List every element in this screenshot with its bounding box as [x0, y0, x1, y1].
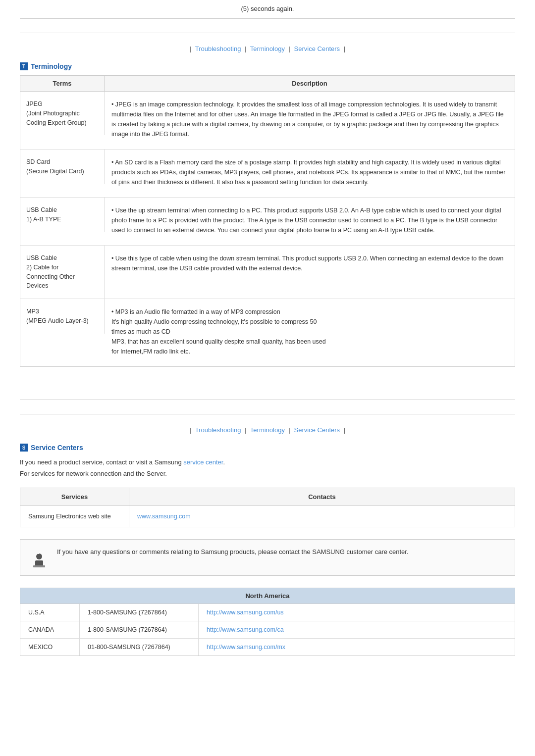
desc-mp3: MP3 is an Audio file formatted in a way …: [105, 299, 515, 366]
nav2-sep-1: |: [190, 426, 191, 434]
terminology-title: Terminology: [31, 62, 72, 70]
svg-rect-3: [33, 565, 45, 567]
service-centers-title: Service Centers: [31, 444, 83, 452]
nav2-terminology[interactable]: Terminology: [250, 426, 285, 434]
north-america-table: North America U.S.A 1-800-SAMSUNG (72678…: [20, 588, 515, 656]
nav-sep-2: |: [245, 45, 246, 52]
term-mp3: MP3(MPEG Audio Layer-3): [20, 299, 105, 334]
samsung-website-link[interactable]: www.samsung.com: [137, 513, 191, 520]
table-row: JPEG(Joint PhotographicCoding Expert Gro…: [20, 92, 515, 150]
service-centers-header: S Service Centers: [0, 441, 535, 456]
service-table: Services Contacts Samsung Electronics we…: [20, 488, 515, 527]
service-centers-content: If you need a product service, contact o…: [20, 456, 515, 576]
top-divider: [20, 18, 515, 19]
nav2-troubleshooting[interactable]: Troubleshooting: [195, 426, 241, 434]
url-canada: http://www.samsung.com/ca: [199, 621, 515, 638]
desc-usb2: Use this type of cable when using the do…: [105, 246, 515, 283]
country-mexico: MEXICO: [20, 639, 80, 655]
nav-sep-4: |: [344, 45, 345, 52]
service-intro: If you need a product service, contact o…: [20, 456, 515, 480]
phone-canada: 1-800-SAMSUNG (7267864): [80, 621, 199, 638]
country-usa: U.S.A: [20, 604, 80, 621]
notice-text: If you have any questions or comments re…: [57, 547, 409, 557]
mexico-url-link[interactable]: http://www.samsung.com/mx: [207, 644, 285, 651]
nav2-service-centers[interactable]: Service Centers: [294, 426, 340, 434]
intro-text: (5) seconds again.: [0, 0, 535, 15]
url-usa: http://www.samsung.com/us: [199, 604, 515, 621]
terminology-icon: T: [20, 62, 28, 70]
terminology-table: Terms Description JPEG(Joint Photographi…: [20, 75, 515, 367]
desc-jpeg: JPEG is an image compression technology.…: [105, 92, 515, 149]
mid-divider2: [20, 414, 515, 414]
table-row: USB Cable2) Cable forConnecting OtherDev…: [20, 246, 515, 299]
table-row: MP3(MPEG Audio Layer-3) MP3 is an Audio …: [20, 299, 515, 366]
url-mexico: http://www.samsung.com/mx: [199, 639, 515, 655]
service-table-row: Samsung Electronics web site www.samsung…: [20, 506, 515, 527]
nav-sep-1: |: [190, 45, 191, 52]
nav-terminology-top[interactable]: Terminology: [250, 45, 285, 52]
top-divider2: [20, 33, 515, 33]
term-usb2: USB Cable2) Cable forConnecting OtherDev…: [20, 246, 105, 299]
region-row-mexico: MEXICO 01-800-SAMSUNG (7267864) http://w…: [20, 639, 515, 655]
nav2-sep-4: |: [344, 426, 345, 434]
service-table-header: Services Contacts: [20, 488, 515, 506]
nav2-sep-2: |: [245, 426, 246, 434]
desc-sdcard: An SD card is a Flash memory card the si…: [105, 150, 515, 197]
svc-contacts-samsung: www.samsung.com: [129, 506, 515, 527]
usa-url-link[interactable]: http://www.samsung.com/us: [207, 609, 284, 616]
svc-col-contacts-header: Contacts: [129, 488, 515, 505]
col-desc-header: Description: [105, 76, 515, 91]
table-row: USB Cable1) A-B TYPE Use the up stream t…: [20, 198, 515, 246]
nav2-sep-3: |: [289, 426, 290, 434]
svc-col-services-header: Services: [20, 488, 129, 505]
term-sdcard: SD Card(Secure Digital Card): [20, 150, 105, 184]
term-jpeg: JPEG(Joint PhotographicCoding Expert Gro…: [20, 92, 105, 135]
mid-divider1: [20, 400, 515, 400]
notice-box: ✓ If you have any questions or comments …: [20, 539, 515, 576]
nav-bar-top: | Troubleshooting | Terminology | Servic…: [0, 36, 535, 59]
region-row-canada: CANADA 1-800-SAMSUNG (7267864) http://ww…: [20, 621, 515, 639]
desc-usb1: Use the up stream terminal when connecti…: [105, 198, 515, 245]
terminology-header: T Terminology: [0, 59, 535, 75]
canada-url-link[interactable]: http://www.samsung.com/ca: [207, 626, 284, 633]
nav-bar-bottom: | Troubleshooting | Terminology | Servic…: [0, 417, 535, 441]
nav-troubleshooting-top[interactable]: Troubleshooting: [195, 45, 241, 52]
table-row: SD Card(Secure Digital Card) An SD card …: [20, 150, 515, 198]
terminology-table-header: Terms Description: [20, 76, 515, 92]
term-usb1: USB Cable1) A-B TYPE: [20, 198, 105, 232]
region-row-usa: U.S.A 1-800-SAMSUNG (7267864) http://www…: [20, 604, 515, 621]
samsung-care-icon: ✓: [28, 547, 50, 568]
country-canada: CANADA: [20, 621, 80, 638]
north-america-header: North America: [20, 588, 515, 604]
service-center-link[interactable]: service center: [183, 458, 223, 466]
phone-mexico: 01-800-SAMSUNG (7267864): [80, 639, 199, 655]
nav-sep-3: |: [289, 45, 290, 52]
phone-usa: 1-800-SAMSUNG (7267864): [80, 604, 199, 621]
svc-services-samsung: Samsung Electronics web site: [20, 506, 129, 527]
svg-text:✓: ✓: [37, 550, 41, 555]
col-terms-header: Terms: [20, 76, 105, 91]
nav-service-centers-top[interactable]: Service Centers: [294, 45, 340, 52]
notice-icon: ✓: [28, 547, 50, 568]
service-centers-icon: S: [20, 444, 28, 452]
